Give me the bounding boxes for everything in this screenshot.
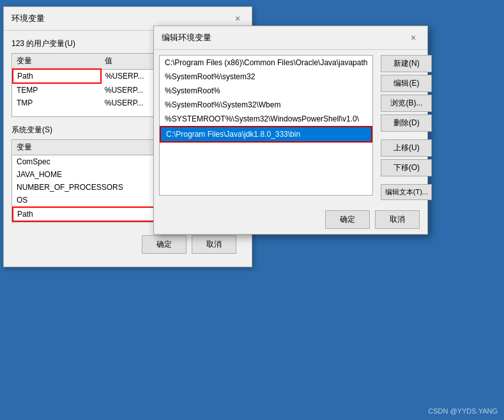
env-cancel-button[interactable]: 取消 [192,235,236,254]
user-var-name: Path [13,69,101,83]
watermark: CSDN @YYDS.YANG [428,407,498,415]
sys-var-name: Path [13,207,155,221]
browse-path-button[interactable]: 浏览(B)... [381,95,432,112]
sys-var-name: OS [13,194,155,207]
edit-path-button[interactable]: 编辑(E) [381,75,432,92]
edit-dialog-titlebar: 编辑环境变量 × [154,26,427,50]
env-dialog-title: 环境变量 [11,13,45,24]
sys-var-name: NUMBER_OF_PROCESSORS [13,181,155,194]
user-var-name: TMP [13,97,101,109]
user-var-name: TEMP [13,83,101,97]
path-list-container[interactable]: C:\Program Files (x86)\Common Files\Orac… [159,55,373,196]
edit-dialog-title: 编辑环境变量 [162,32,211,43]
path-list-item[interactable]: %SYSTEMROOT%\System32\WindowsPowerShell\… [160,112,372,126]
edit-dialog-inner: C:\Program Files (x86)\Common Files\Orac… [154,50,427,205]
edit-dialog-close-button[interactable]: × [407,31,420,44]
sys-col-variable: 变量 [13,140,155,155]
move-up-button[interactable]: 上移(U) [381,139,432,157]
path-list-item[interactable]: %SystemRoot%\system32 [160,70,372,84]
new-path-button[interactable]: 新建(N) [381,55,432,72]
move-down-button[interactable]: 下移(O) [381,159,432,176]
user-col-variable: 变量 [13,54,101,69]
edit-env-dialog: 编辑环境变量 × C:\Program Files (x86)\Common F… [153,26,428,235]
path-list-item[interactable]: %SystemRoot% [160,84,372,98]
edit-dialog-footer: 确定 取消 [154,205,427,234]
delete-path-button[interactable]: 删除(D) [381,114,432,132]
path-list-item[interactable]: C:\Program Files\Java\jdk1.8.0_333\bin [160,126,372,143]
sys-var-name: PATHEXT [13,221,155,222]
edit-text-button[interactable]: 编辑文本(T)... [381,184,432,200]
env-dialog-close-button[interactable]: × [231,12,244,25]
sys-var-name: JAVA_HOME [13,168,155,181]
edit-confirm-button[interactable]: 确定 [325,210,370,229]
path-list-item[interactable]: C:\Program Files (x86)\Common Files\Orac… [160,56,372,70]
env-confirm-button[interactable]: 确定 [142,235,187,254]
path-list-item[interactable]: %SystemRoot%\System32\Wbem [160,98,372,112]
sys-var-name: ComSpec [13,155,155,169]
edit-dialog-body: C:\Program Files (x86)\Common Files\Orac… [154,50,427,234]
edit-action-buttons: 新建(N) 编辑(E) 浏览(B)... 删除(D) 上移(U) 下移(O) 编… [378,50,437,205]
edit-cancel-button[interactable]: 取消 [375,210,420,229]
edit-path-list-section: C:\Program Files (x86)\Common Files\Orac… [154,50,378,205]
